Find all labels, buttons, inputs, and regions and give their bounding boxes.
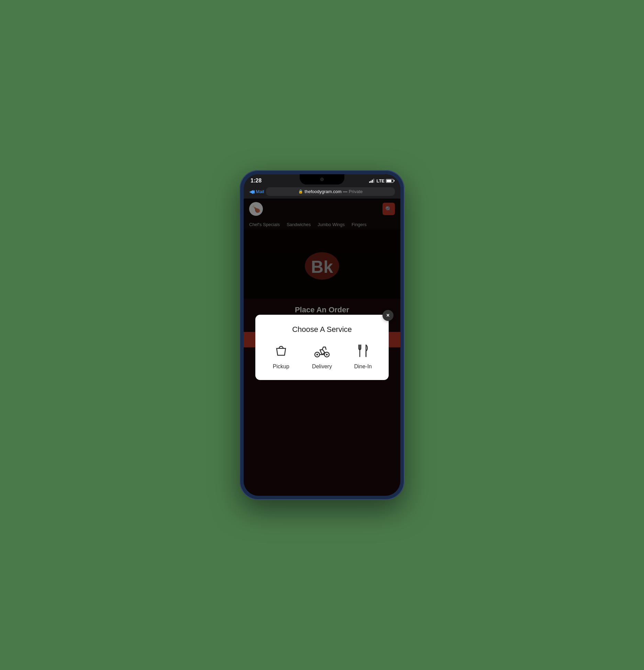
back-navigation[interactable]: ◀ ◀ Mail [249,188,264,195]
service-option-delivery[interactable]: Delivery [303,344,341,370]
svg-point-5 [326,354,328,355]
url-private: Private [349,189,363,194]
signal-bar-4 [373,179,374,183]
address-bar: ◀ ◀ Mail 🔒 thefoodygram.com — Private [244,186,400,199]
signal-bar-1 [369,181,370,183]
content-area: 🍗 🔍 Chef's Specials Sandwiches Jumbo Win… [244,199,400,496]
service-options: Pickup [262,344,382,370]
dine-in-label: Dine-In [354,364,372,370]
choose-service-modal: × Choose A Service [255,315,389,380]
close-icon: × [386,312,389,319]
url-separator: — [343,189,347,194]
phone-frame: 1:28 LTE ◀ ◀ Mail [240,170,404,500]
camera [320,178,324,181]
service-option-dine-in[interactable]: Dine-In [344,344,382,370]
back-label: ◀ Mail [251,189,264,194]
phone-screen: 1:28 LTE ◀ ◀ Mail [244,174,400,496]
status-time: 1:28 [251,178,262,184]
battery-fill [387,180,391,182]
network-type: LTE [376,178,385,183]
pickup-label: Pickup [273,364,289,370]
svg-point-4 [317,354,318,355]
modal-overlay: × Choose A Service [244,199,400,496]
delivery-label: Delivery [312,364,332,370]
signal-bar-2 [370,181,371,183]
delivery-icon [313,344,331,360]
status-bar: 1:28 LTE [244,174,400,186]
url-bar[interactable]: 🔒 thefoodygram.com — Private [266,187,395,196]
website-background: 🍗 🔍 Chef's Specials Sandwiches Jumbo Win… [244,199,400,496]
signal-bar-3 [372,180,373,183]
notch [300,174,344,185]
signal-bars [369,179,374,183]
battery-icon [386,179,393,183]
pickup-icon [274,344,288,360]
modal-title: Choose A Service [262,325,382,334]
modal-close-button[interactable]: × [382,310,393,321]
service-option-pickup[interactable]: Pickup [262,344,300,370]
dine-in-icon [357,344,369,360]
lock-icon: 🔒 [298,189,303,194]
status-indicators: LTE [369,178,393,183]
url-domain: thefoodygram.com [304,189,342,194]
